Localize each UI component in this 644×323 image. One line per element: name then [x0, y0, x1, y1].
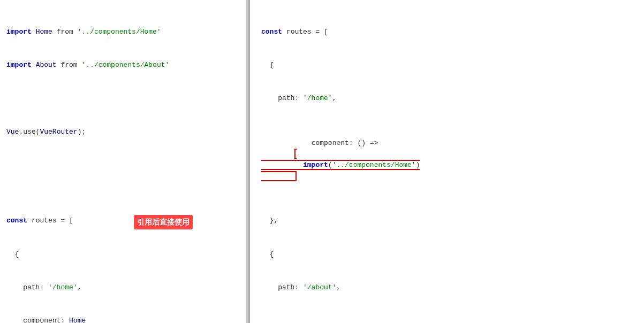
left-border-line: [248, 0, 250, 323]
left-code-block: import Home from '../components/Home' im…: [6, 4, 240, 323]
import-kw-1: import: [6, 28, 32, 36]
import-home-highlight: import('../components/Home'): [261, 149, 420, 181]
right-code-block: const routes = [ { path: '/home', compon…: [261, 4, 638, 323]
right-panel: const routes = [ { path: '/home', compon…: [248, 0, 644, 323]
left-panel: import Home from '../components/Home' im…: [0, 0, 246, 323]
annotation-label: 引用后直接使用: [134, 215, 193, 229]
import-kw-2: import: [6, 61, 32, 69]
